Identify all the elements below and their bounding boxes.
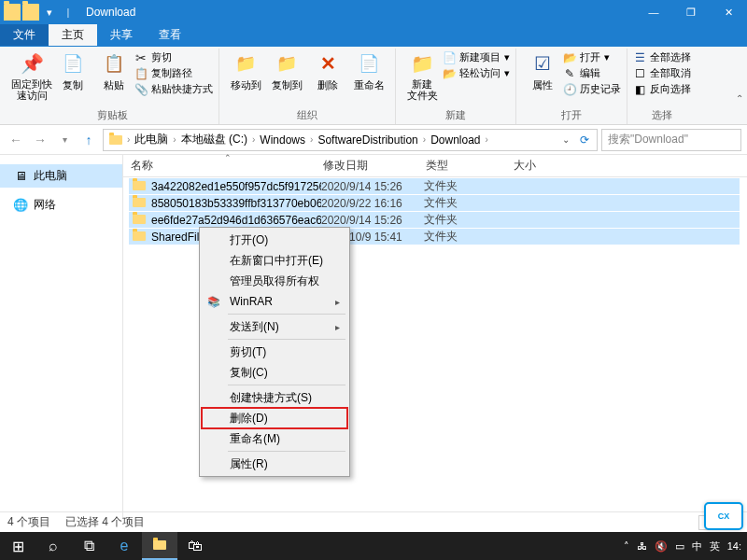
chevron-right-icon[interactable]: › — [485, 134, 489, 145]
scissors-icon — [134, 51, 148, 64]
store-button[interactable]: 🛍 — [177, 532, 213, 560]
pasteshortcut-button[interactable]: 📎粘贴快捷方式 — [134, 82, 213, 96]
edit-label: 编辑 — [580, 66, 600, 80]
crumb-c[interactable]: 本地磁盘 (C:) — [177, 132, 251, 147]
crumb-root-icon[interactable] — [106, 135, 126, 145]
table-row[interactable]: ee6fde27a52d946d1d636576eac649692020/9/1… — [129, 212, 740, 228]
close-button[interactable]: ✕ — [710, 0, 747, 24]
file-type: 文件夹 — [424, 212, 512, 228]
table-row[interactable]: 858050183b53339ffbf313770eb069db2020/9/2… — [129, 195, 740, 211]
status-count: 4 个项目 — [7, 514, 50, 530]
tray-ime2[interactable]: 英 — [710, 539, 720, 553]
menu-separator — [228, 385, 345, 385]
tray-volume-icon[interactable]: 🔇 — [655, 540, 668, 553]
selectall-button[interactable]: 全部选择 — [633, 50, 691, 64]
rename-button[interactable]: 重命名 — [348, 49, 389, 92]
addr-dropdown-icon[interactable]: ⌄ — [557, 130, 574, 150]
file-type: 文件夹 — [424, 195, 512, 211]
crumb-softwaredist[interactable]: SoftwareDistribution — [314, 133, 421, 147]
copyto-button[interactable]: 复制到 — [266, 49, 307, 92]
ctx-sendto[interactable]: 发送到(N)▸ — [202, 316, 347, 337]
ctx-admin[interactable]: 管理员取得所有权 — [202, 271, 347, 291]
sidebar-item-thispc[interactable]: 此电脑 — [0, 164, 122, 188]
clipboard-group-label: 剪贴板 — [97, 108, 128, 124]
maximize-button[interactable]: ❐ — [672, 0, 710, 24]
crumb-pc[interactable]: 此电脑 — [131, 132, 172, 147]
newfolder-button[interactable]: 新建 文件夹 — [402, 49, 443, 101]
tray-time[interactable]: 14: — [727, 540, 741, 552]
delete-button[interactable]: ✕删除 — [307, 49, 348, 92]
ctx-winrar[interactable]: WinRAR▸ — [202, 291, 347, 312]
ctx-cut[interactable]: 剪切(T) — [202, 342, 347, 362]
open-button[interactable]: 打开 ▾ — [563, 50, 621, 64]
invertsel-button[interactable]: ◧反向选择 — [633, 82, 691, 96]
up-button[interactable]: ↑ — [78, 130, 99, 150]
tray-action-icon[interactable]: ▭ — [675, 540, 684, 553]
easyaccess-button[interactable]: 📂轻松访问 ▾ — [443, 66, 510, 80]
column-size[interactable]: 大小 — [506, 158, 581, 174]
recent-dropdown[interactable]: ▾ — [54, 130, 75, 150]
ctx-open[interactable]: 打开(O) — [202, 230, 347, 250]
selectnone-button[interactable]: ☐全部取消 — [633, 66, 691, 80]
refresh-button[interactable]: ⟳ — [576, 130, 593, 150]
column-name[interactable]: 名称 — [123, 158, 316, 174]
ctx-copy-label: 复制(C) — [230, 365, 268, 381]
tab-file[interactable]: 文件 — [0, 24, 49, 46]
ctx-opennew[interactable]: 在新窗口中打开(E) — [202, 250, 347, 271]
start-button[interactable]: ⊞ — [0, 532, 35, 560]
tray-network-icon[interactable]: 🖧 — [637, 540, 647, 552]
file-name: 858050183b53339ffbf313770eb069db — [151, 197, 321, 210]
menu-separator — [228, 451, 345, 452]
folder-icon — [4, 4, 21, 21]
collapse-ribbon-icon[interactable]: ⌃ — [736, 93, 743, 104]
crumb-windows[interactable]: Windows — [256, 133, 309, 147]
invert-label: 反向选择 — [650, 82, 691, 96]
edge-button[interactable]: e — [106, 532, 142, 560]
delete-x-icon: ✕ — [315, 50, 341, 77]
sort-indicator-icon: ⌃ — [224, 153, 232, 162]
newitem-button[interactable]: 📄新建项目 ▾ — [443, 50, 510, 64]
ctx-cut-label: 剪切(T) — [230, 344, 266, 360]
search-button[interactable]: ⌕ — [35, 532, 71, 560]
tray-up-icon[interactable]: ˄ — [624, 540, 629, 553]
column-type[interactable]: 类型 — [418, 158, 506, 174]
ribbon-body: ⌃ 📌 固定到快 速访问 复制 粘贴 剪切 📋复制路径 📎粘贴快捷方式 剪贴板 — [0, 47, 747, 125]
ctx-copy[interactable]: 复制(C) — [202, 362, 347, 383]
taskview-button[interactable]: ⧉ — [71, 532, 106, 560]
invert-icon: ◧ — [633, 83, 646, 96]
minimize-button[interactable]: — — [635, 0, 672, 24]
ctx-delete-label: 删除(D) — [230, 411, 268, 427]
group-clipboard: 📌 固定到快 速访问 复制 粘贴 剪切 📋复制路径 📎粘贴快捷方式 剪贴板 — [6, 49, 219, 124]
ribbon-tabs: 文件 主页 共享 查看 — [0, 24, 747, 47]
back-button[interactable]: ← — [6, 130, 26, 150]
ctx-properties[interactable]: 属性(R) — [202, 454, 347, 474]
forward-button[interactable]: → — [30, 130, 50, 150]
search-input[interactable]: 搜索"Download" — [601, 129, 741, 151]
cut-button[interactable]: 剪切 — [134, 50, 213, 64]
explorer-task-button[interactable] — [142, 532, 177, 560]
qat-dropdown-icon[interactable]: ▾ — [41, 4, 58, 21]
properties-button[interactable]: 属性 — [522, 49, 563, 92]
crumb-download[interactable]: Download — [427, 133, 484, 147]
paste-button[interactable]: 粘贴 — [93, 49, 134, 92]
tab-home[interactable]: 主页 — [49, 24, 97, 46]
tab-share[interactable]: 共享 — [97, 24, 146, 46]
pin-quickaccess-button[interactable]: 📌 固定到快 速访问 — [11, 49, 52, 101]
group-organize: 移动到 复制到 ✕删除 重命名 组织 — [219, 49, 396, 124]
history-button[interactable]: 🕘历史记录 — [563, 82, 621, 96]
window-title: Download — [86, 6, 135, 19]
easyaccess-icon: 📂 — [443, 67, 456, 80]
ctx-rename[interactable]: 重命名(M) — [202, 428, 347, 449]
tray-ime1[interactable]: 中 — [692, 539, 702, 553]
copypath-button[interactable]: 📋复制路径 — [134, 66, 213, 80]
edit-button[interactable]: ✎编辑 — [563, 66, 621, 80]
column-date[interactable]: 修改日期 — [316, 158, 418, 174]
copy-button[interactable]: 复制 — [52, 49, 93, 92]
moveto-button[interactable]: 移动到 — [225, 49, 266, 92]
ctx-shortcut[interactable]: 创建快捷方式(S) — [202, 387, 347, 408]
address-bar[interactable]: › 此电脑› 本地磁盘 (C:)› Windows› SoftwareDistr… — [103, 129, 598, 151]
sidebar-item-network[interactable]: 网络 — [0, 193, 122, 217]
table-row[interactable]: 3a422082ed1e550f957dc5f9172568622020/9/1… — [129, 178, 740, 194]
tab-view[interactable]: 查看 — [146, 24, 194, 46]
ctx-delete[interactable]: 删除(D) — [202, 408, 347, 428]
